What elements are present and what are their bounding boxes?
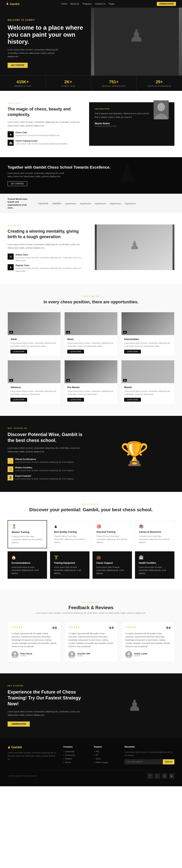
feedback-review-text: I'm highly impressed with the quality of… [68,632,114,648]
feedback-review-text: I'm highly impressed with the quality of… [125,632,171,648]
cta-desc: Lorem ipsum dolor sit amet, consectetur … [8,710,87,717]
footer-bottom: © 2024 Gambit. All rights reserved. ftin… [8,770,174,779]
chess-icon: ♟ [6,2,8,5]
nav-link[interactable]: Contact Us [95,3,105,5]
opp-card-title: Pre Master [67,386,115,389]
opp-card-image: ♟ [65,360,117,383]
footer-social-button[interactable]: ▶ [169,773,174,779]
dyp-dark-card-desc: Lorem ipsum dolor sit amet, consectetur … [11,566,43,575]
footer-support-link[interactable]: ›Online Support [94,762,119,764]
feedback-author-role: Student [20,655,32,657]
dp-feature-title: Expert Coatcher [15,475,74,477]
footer-support-link[interactable]: ›PP [94,754,119,756]
feedback-avatar [11,651,19,658]
footer-support-link[interactable]: ›Terms [94,758,119,760]
stats-section: 415K+MEMBER ACTIVE2K+EXPERT TEAM751+WINN… [0,75,182,91]
dp-feature-text: Official Certifications Lorem ipsum dolo… [15,458,74,464]
footer-company-link[interactable]: ›Clients [63,762,88,764]
footer-company-link[interactable]: ›Partners [63,758,88,760]
opp-img-inner: ♟ [121,360,174,383]
footer-company-link[interactable]: ›Governance [63,754,88,756]
dp-title: Discover Potential Wise, Gambit is the b… [8,431,87,443]
feature-desc: Lorem ipsum dolor sit amet consectetur a… [15,142,68,145]
dyp-card-icon: 🎯 [97,524,128,529]
dyp-card-desc: Praesent dictum ante diam, consectetur a… [54,535,85,544]
feature-title: Chess Club [15,131,60,134]
nav-link[interactable]: Programs [82,3,92,5]
mentality-left: OUR CLASS Creating a winning mentality, … [8,224,87,273]
banner-desc: Lorem ipsum dolor sit amet, consectetur … [8,172,68,178]
stat-number: 2K+ [47,80,89,84]
opportunities-section: ABOUT BELOW In every chess position, the… [0,284,182,416]
dyp-section: ABOUT SCHOOL Discover your potential: Ga… [0,492,182,590]
opp-learn-more-button[interactable]: LEARN MORE [67,350,84,353]
dyp-dark-card-desc: Lorem ipsum dolor sit amet, consectetur … [139,566,171,575]
nav-join-button[interactable]: JOIN/REGISTER [157,2,176,6]
opp-learn-more-button[interactable]: LEARN MORE [67,398,84,402]
dyp-bottom-grid: 🏠 Accommodations Lorem ipsum dolor sit a… [8,551,174,579]
footer-company-link[interactable]: ›Leadership [63,750,88,753]
footer-support-links: ›FAQ›PP›Terms›Online Support [94,750,119,764]
dyp-title: Discover your potential: Gambit, your be… [8,507,174,513]
cta-left: GET STARTED Experience the Future of Che… [8,685,87,726]
feedback-stars: ★★★★★ [68,626,80,628]
hero-description: Lorem ipsum dolor sit amet, consectetur … [8,48,61,58]
opp-learn-more-button[interactable]: LEARN MORE [124,350,141,353]
nav-link[interactable]: Pages [109,3,114,5]
dp-feature-desc: Lorem ipsum dolor sit amet, consectetur … [15,461,74,464]
banner-content: Together with Gambit Chess School Toward… [0,157,182,194]
opp-learn-more-button[interactable]: LEARN MORE [10,350,27,353]
stat-item: 25+YEARS OF EXPERIENCE [137,75,182,91]
footer-social-button[interactable]: f [147,773,153,779]
newsletter-signup-button[interactable]: SIGN UP [163,759,174,765]
feedback-author: Peter Houra Student [11,651,57,658]
feedback-author: Jennifer Cliff Student [68,651,114,658]
feedback-card: ★★★★★ 9.9 I'm highly impressed with the … [121,622,174,662]
intro-right: INSTRUCTOR Full of passion and dedicatio… [89,102,174,146]
nav-link[interactable]: About Us [71,3,79,5]
opp-card-badge: ♟ [9,331,13,334]
hero-cta-button[interactable]: GET STARTED [8,63,28,68]
feedback-avatar [68,651,75,658]
opp-img-inner: ♟ [8,312,61,335]
feedback-author-info: Peter Houra Student [20,652,32,657]
footer-brand-desc: Lorem ipsum dolor sit amet, consectetur … [8,751,58,761]
banner-cta-button[interactable]: GET STARTED [8,181,27,186]
dyp-card-dark: 🏋 Training Equipment Lorem ipsum dolor s… [50,551,89,579]
footer-support-link[interactable]: ›FAQ [94,750,119,753]
hero-welcome-label: WELCOME TO GAMBIT [8,19,83,21]
mentality-icon-box: 🖥 [8,253,14,259]
opp-img-inner: ♟ [65,360,117,383]
opportunity-card: ♟ Advance Lorem ipsum dolor sit amet, co… [8,360,61,404]
nav-links: HomeAbout UsProgramsContact UsPages [62,3,115,5]
mentality-feature-title: Regular Class [15,264,87,267]
feature-icon-box: ♟ [8,131,14,137]
chevron-right-icon: › [94,758,95,760]
nav-link[interactable]: Home [62,3,67,5]
trophy-icon: 🏆 [120,440,149,467]
feedback-desc: Lorem ipsum dolor sit amet, consectetur … [8,612,174,614]
footer-company-title: Company [63,746,88,748]
dyp-card-icon: 📚 [139,524,171,529]
stat-number: 415K+ [2,80,43,84]
dp-icon: 🏆 [9,459,12,462]
footer-social-button[interactable]: t [155,773,160,779]
opp-learn-more-button[interactable]: LEARN MORE [10,398,27,402]
feedback-card: ★★★★★ 9.9 I'm highly impressed with the … [65,622,117,662]
stat-item: 2K+EXPERT TEAM [45,75,91,91]
dyp-card: ♟ Best Quality Training Praesent dictum … [50,520,89,548]
newsletter-email-input[interactable] [124,759,163,765]
feedback-card: ★★★★★ 9.9 I'm highly impressed with the … [8,622,61,662]
opp-card-body: Basic Lorem ipsum dolor sit amet, consec… [65,335,117,356]
intro-feature-item: 🏫 Chess Training Center Lorem ipsum dolo… [8,140,81,146]
mentality-feature-desc: Lorem ipsum dolor sit amet, consectetur … [15,256,87,262]
opp-card-badge: ♟ [66,379,70,382]
cta-join-button[interactable]: JOIN/REGISTER [8,721,30,726]
dyp-card-title: Best Quality Training [54,531,85,533]
feedback-title: Feedback & Reviews [8,605,174,610]
opp-card-badge: ♟ [123,331,127,334]
svg-point-17 [128,652,130,655]
opp-learn-more-button[interactable]: LEARN MORE [124,398,141,402]
footer-social-button[interactable]: in [162,773,167,779]
footer: ♟ Gambit Lorem ipsum dolor sit amet, con… [0,738,182,786]
